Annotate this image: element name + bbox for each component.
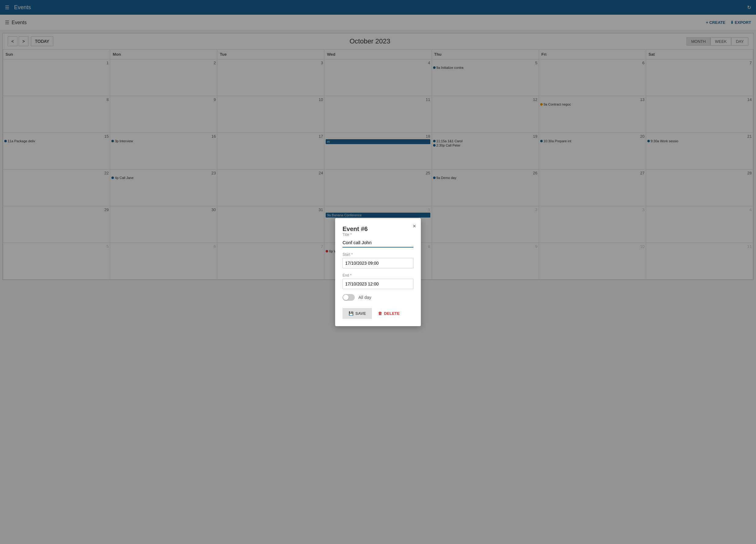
end-input[interactable] bbox=[342, 279, 414, 289]
modal-title: Event #6 bbox=[342, 226, 368, 232]
all-day-row: All day bbox=[342, 294, 414, 301]
delete-label: DELETE bbox=[384, 311, 399, 316]
modal-overlay[interactable]: Event #6 × Title * Start * End * All day… bbox=[0, 0, 756, 544]
title-label: Title * bbox=[342, 233, 414, 237]
delete-icon: 🗑 bbox=[378, 311, 382, 316]
save-icon: 💾 bbox=[349, 311, 354, 316]
title-field-group: Title * bbox=[342, 233, 414, 248]
end-label: End * bbox=[342, 273, 414, 277]
title-input[interactable] bbox=[342, 238, 414, 248]
modal-actions: 💾 SAVE 🗑 DELETE bbox=[342, 308, 414, 319]
save-button[interactable]: 💾 SAVE bbox=[342, 308, 372, 319]
start-input[interactable] bbox=[342, 258, 414, 268]
all-day-toggle[interactable] bbox=[342, 294, 355, 301]
end-field-group: End * bbox=[342, 273, 414, 289]
start-label: Start * bbox=[342, 253, 414, 257]
delete-button[interactable]: 🗑 DELETE bbox=[377, 308, 401, 319]
event-modal: Event #6 × Title * Start * End * All day… bbox=[335, 218, 421, 326]
modal-close-button[interactable]: × bbox=[413, 223, 416, 230]
toggle-knob bbox=[343, 294, 349, 300]
start-field-group: Start * bbox=[342, 253, 414, 268]
save-label: SAVE bbox=[355, 311, 366, 316]
all-day-label: All day bbox=[358, 295, 371, 300]
